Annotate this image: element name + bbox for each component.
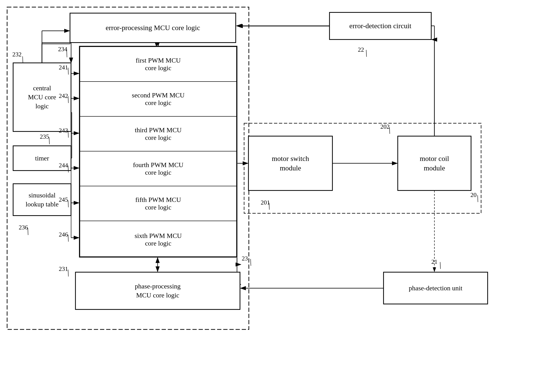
ref-21: 21 — [431, 258, 438, 266]
ref-235-n: ╱ — [46, 137, 52, 144]
pwm4-label: fourth PWM MCUcore logic — [133, 161, 183, 176]
ref-231-n: ╱ — [65, 270, 71, 277]
ref-234-n: ╱ — [64, 50, 70, 57]
error-detection-label: error-detection circuit — [349, 21, 412, 31]
ref-202-n: ╱ — [387, 127, 392, 134]
motor-coil-box: motor coilmodule — [398, 136, 471, 190]
pwm-row-2: second PWM MCUcore logic — [80, 82, 236, 117]
pwm1-label: first PWM MCUcore logic — [136, 57, 181, 72]
pwm5-label: fifth PWM MCUcore logic — [135, 196, 181, 211]
motor-switch-box: motor switchmodule — [248, 136, 333, 190]
ref-232: 232 — [12, 51, 21, 58]
diagram: error-processing MCU core logic error-de… — [0, 0, 551, 392]
ref-20-n: ╱ — [475, 195, 481, 202]
pwm3-label: third PWM MCUcore logic — [135, 126, 182, 141]
ref-22-n: ╱ — [363, 50, 369, 57]
pwm-row-3: third PWM MCUcore logic — [80, 117, 236, 151]
phase-processing-box: phase-processingMCU core logic — [75, 272, 240, 309]
sinusoidal-label: sinusoidallookup table — [26, 191, 59, 209]
pwm-row-5: fifth PWM MCUcore logic — [80, 186, 236, 221]
motor-switch-label: motor switchmodule — [272, 154, 309, 173]
pwm6-label: sixth PWM MCUcore logic — [135, 232, 182, 247]
motor-coil-label: motor coilmodule — [420, 154, 449, 173]
error-detection-box: error-detection circuit — [329, 12, 431, 40]
ref-23-n: ╱ — [248, 259, 254, 266]
pwm2-label: second PWM MCUcore logic — [132, 91, 184, 107]
timer-label: timer — [35, 154, 49, 163]
ref-243-n: ╱ — [65, 131, 71, 138]
phase-processing-label: phase-processingMCU core logic — [135, 282, 181, 300]
phase-detection-label: phase-detection unit — [409, 284, 462, 293]
pwm-row-6: sixth PWM MCUcore logic — [80, 221, 236, 258]
ref-236-n: ╱ — [25, 228, 31, 235]
ref-232-n: ╱ — [20, 56, 26, 63]
pwm-row-4: fourth PWM MCUcore logic — [80, 151, 236, 186]
phase-detection-box: phase-detection unit — [384, 272, 488, 304]
ref-201-n: ╱ — [266, 203, 272, 210]
error-processing-box: error-processing MCU core logic — [70, 13, 236, 43]
central-mcu-label: centralMCU corelogic — [28, 84, 56, 111]
ref-23: 23 — [242, 255, 248, 262]
ref-22: 22 — [358, 46, 364, 53]
pwm-row-1: first PWM MCUcore logic — [80, 47, 236, 82]
ref-246-n: ╱ — [65, 235, 71, 242]
ref-21-n: ╱ — [438, 262, 443, 269]
error-processing-label: error-processing MCU core logic — [106, 23, 200, 33]
